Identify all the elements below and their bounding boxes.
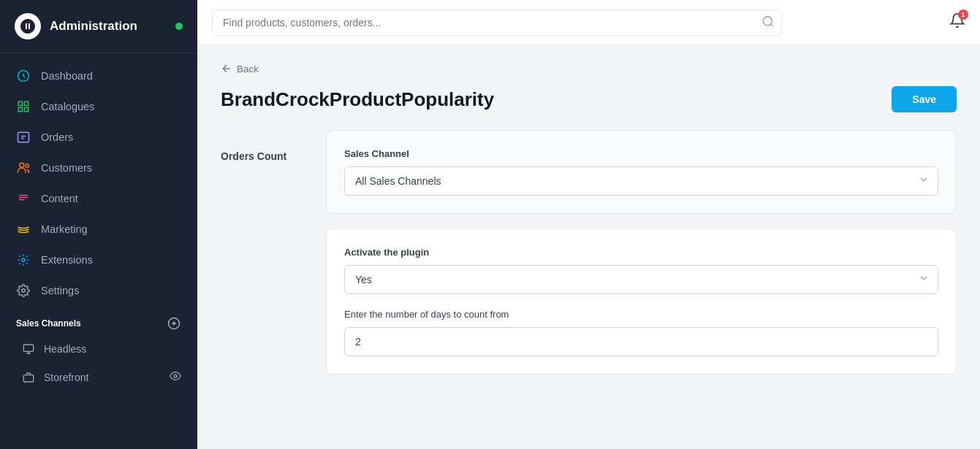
back-link[interactable]: Back bbox=[221, 63, 259, 74]
orders-count-section: Orders Count Sales Channel All Sales Cha… bbox=[221, 130, 957, 214]
page-title: BrandCrockProductPopularity bbox=[221, 88, 494, 111]
status-dot bbox=[175, 23, 183, 30]
settings-icon bbox=[16, 283, 31, 298]
sidebar-item-orders[interactable]: Orders bbox=[0, 122, 197, 153]
activate-plugin-label: Activate the plugin bbox=[344, 247, 938, 258]
extensions-icon bbox=[16, 253, 31, 267]
marketing-icon bbox=[16, 222, 31, 237]
notification-badge: 1 bbox=[958, 9, 968, 20]
search-button[interactable] bbox=[761, 15, 775, 30]
sidebar-label-headless: Headless bbox=[44, 343, 86, 355]
svg-rect-4 bbox=[25, 108, 29, 112]
svg-point-9 bbox=[22, 289, 26, 293]
sidebar-item-dashboard[interactable]: Dashboard bbox=[0, 61, 197, 91]
svg-rect-1 bbox=[18, 101, 22, 105]
plugin-section-label bbox=[221, 229, 308, 375]
app-logo bbox=[15, 13, 41, 39]
sidebar-item-settings[interactable]: Settings bbox=[0, 275, 197, 306]
sidebar-item-catalogues[interactable]: Catalogues bbox=[0, 91, 197, 122]
sidebar-label-customers: Customers bbox=[41, 162, 92, 174]
svg-rect-5 bbox=[18, 132, 29, 142]
sidebar-item-customers[interactable]: Customers bbox=[0, 153, 197, 183]
activate-plugin-select[interactable]: Yes No bbox=[344, 265, 938, 294]
sidebar-label-extensions: Extensions bbox=[41, 254, 93, 266]
orders-count-card: Sales Channel All Sales Channels Headles… bbox=[326, 130, 957, 214]
svg-rect-13 bbox=[23, 345, 33, 351]
sidebar-item-marketing[interactable]: Marketing bbox=[0, 214, 197, 245]
sidebar-label-settings: Settings bbox=[41, 285, 79, 296]
topbar-actions: 1 bbox=[949, 12, 965, 32]
orders-count-label: Orders Count bbox=[221, 130, 308, 214]
sidebar-label-content: Content bbox=[41, 193, 78, 204]
sidebar-label-storefront: Storefront bbox=[44, 372, 88, 383]
sidebar-label-catalogues: Catalogues bbox=[41, 101, 94, 112]
sidebar-label-dashboard: Dashboard bbox=[41, 70, 93, 82]
sidebar-header: Administration bbox=[0, 0, 197, 53]
svg-point-7 bbox=[26, 164, 29, 168]
svg-rect-14 bbox=[23, 375, 33, 381]
svg-point-6 bbox=[20, 163, 24, 167]
back-label: Back bbox=[237, 64, 259, 74]
sales-channel-select[interactable]: All Sales Channels Headless Storefront bbox=[344, 166, 938, 196]
sales-channels-section: Sales Channels bbox=[0, 306, 197, 335]
add-sales-channel-icon[interactable] bbox=[167, 316, 181, 331]
topbar: 1 bbox=[197, 0, 980, 45]
plugin-settings-section: Activate the plugin Yes No Enter the num… bbox=[221, 229, 957, 375]
sidebar-item-headless[interactable]: Headless bbox=[0, 335, 197, 363]
svg-point-15 bbox=[174, 375, 177, 377]
notification-button[interactable]: 1 bbox=[949, 12, 965, 32]
sales-channel-label: Sales Channel bbox=[344, 148, 938, 159]
plugin-settings-card: Activate the plugin Yes No Enter the num… bbox=[326, 229, 957, 375]
sidebar-nav: Dashboard Catalogues Orders Customers bbox=[0, 53, 197, 449]
content-icon bbox=[16, 191, 31, 206]
sidebar-item-extensions[interactable]: Extensions bbox=[0, 245, 197, 275]
orders-icon bbox=[16, 130, 31, 145]
svg-point-16 bbox=[763, 16, 772, 25]
page-content: Back BrandCrockProductPopularity Save Or… bbox=[197, 45, 980, 449]
svg-point-8 bbox=[22, 258, 26, 262]
days-count-label: Enter the number of days to count from bbox=[344, 309, 938, 320]
dashboard-icon bbox=[16, 69, 31, 83]
search-container bbox=[212, 9, 782, 36]
sidebar-item-content[interactable]: Content bbox=[0, 183, 197, 214]
sidebar-label-orders: Orders bbox=[41, 131, 73, 143]
storefront-icon bbox=[22, 371, 35, 384]
sidebar: Administration Dashboard Catalogues Orde… bbox=[0, 0, 197, 449]
catalogues-icon bbox=[16, 99, 31, 114]
activate-plugin-wrapper: Yes No bbox=[344, 265, 938, 294]
svg-rect-2 bbox=[25, 101, 29, 105]
sidebar-title: Administration bbox=[50, 19, 167, 34]
page-header: BrandCrockProductPopularity Save bbox=[221, 86, 957, 112]
search-input[interactable] bbox=[212, 9, 782, 36]
svg-rect-3 bbox=[18, 108, 22, 112]
sidebar-item-storefront[interactable]: Storefront bbox=[0, 363, 197, 391]
save-button[interactable]: Save bbox=[892, 86, 957, 112]
headless-icon bbox=[22, 342, 35, 356]
main-area: 1 Back BrandCrockProductPopularity Save … bbox=[197, 0, 980, 449]
days-count-input[interactable] bbox=[344, 327, 938, 356]
customers-icon bbox=[16, 161, 31, 175]
storefront-eye-icon[interactable] bbox=[170, 370, 181, 384]
svg-line-17 bbox=[770, 23, 772, 26]
sales-channel-wrapper: All Sales Channels Headless Storefront bbox=[344, 166, 938, 196]
sidebar-label-marketing: Marketing bbox=[41, 223, 88, 235]
